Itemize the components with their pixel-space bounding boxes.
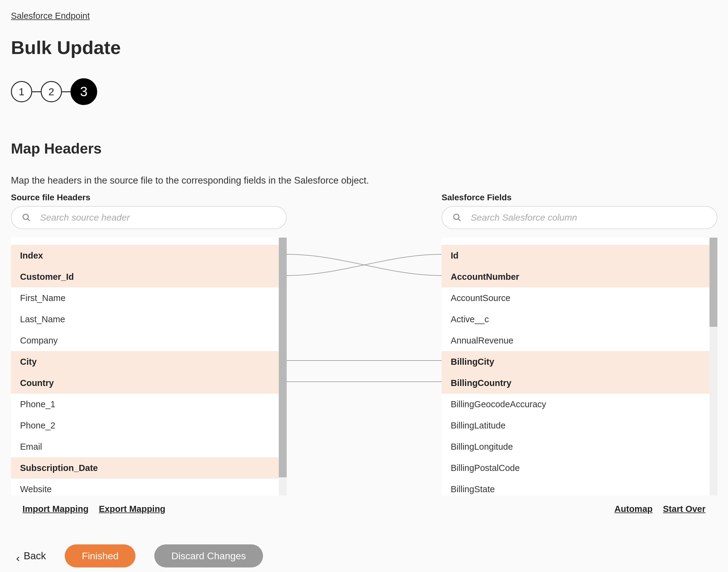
list-item[interactable]: Company xyxy=(11,330,287,351)
back-label: Back xyxy=(24,550,46,562)
list-item[interactable]: Index xyxy=(11,245,287,266)
scrollbar[interactable] xyxy=(279,237,287,496)
source-column: Source file Headers IndexCustomer_IdFirs… xyxy=(11,193,287,496)
svg-line-3 xyxy=(458,219,461,221)
search-icon xyxy=(22,213,31,222)
step-connector xyxy=(32,91,41,92)
svg-point-2 xyxy=(454,214,459,220)
list-item[interactable]: Last_Name xyxy=(11,309,287,330)
list-item[interactable]: BillingCountry xyxy=(442,372,717,394)
finished-button[interactable]: Finished xyxy=(65,545,135,567)
scrollbar-thumb[interactable] xyxy=(279,237,287,477)
back-button[interactable]: Back xyxy=(15,550,46,562)
target-column: Salesforce Fields IdAccountNumberAccount… xyxy=(442,193,717,496)
scrollbar-thumb[interactable] xyxy=(710,237,717,327)
list-item[interactable]: AccountNumber xyxy=(442,266,717,287)
step-1[interactable]: 1 xyxy=(11,81,32,102)
list-item[interactable]: Subscription_Date xyxy=(11,457,287,479)
breadcrumb-link[interactable]: Salesforce Endpoint xyxy=(11,11,90,21)
list-item[interactable]: Active__c xyxy=(442,309,717,330)
source-search-input[interactable] xyxy=(11,206,287,229)
list-item[interactable]: BillingGeocodeAccuracy xyxy=(442,394,717,415)
list-item[interactable]: AnnualRevenue xyxy=(442,330,717,351)
list-item[interactable]: Phone_1 xyxy=(11,394,287,415)
import-mapping-link[interactable]: Import Mapping xyxy=(22,504,88,514)
list-item[interactable]: BillingLongitude xyxy=(442,436,717,457)
source-column-label: Source file Headers xyxy=(11,193,287,202)
page-title: Bulk Update xyxy=(11,37,717,58)
list-item[interactable]: Website xyxy=(11,479,287,496)
list-item[interactable]: Email xyxy=(11,436,287,457)
list-item[interactable]: First_Name xyxy=(11,287,287,309)
start-over-link[interactable]: Start Over xyxy=(663,504,706,514)
svg-line-1 xyxy=(27,219,30,221)
list-item[interactable]: BillingLatitude xyxy=(442,415,717,436)
step-2[interactable]: 2 xyxy=(41,81,62,102)
list-item[interactable]: Country xyxy=(11,372,287,394)
search-icon xyxy=(452,213,462,222)
automap-link[interactable]: Automap xyxy=(614,504,653,514)
list-item[interactable]: AccountSource xyxy=(442,287,717,309)
target-column-label: Salesforce Fields xyxy=(442,193,717,202)
step-connector xyxy=(62,91,70,92)
export-mapping-link[interactable]: Export Mapping xyxy=(99,504,165,514)
source-list: IndexCustomer_IdFirst_NameLast_NameCompa… xyxy=(11,237,287,496)
svg-point-0 xyxy=(23,214,28,220)
list-item[interactable]: BillingPostalCode xyxy=(442,457,717,479)
discard-button[interactable]: Discard Changes xyxy=(154,545,263,567)
step-3[interactable]: 3 xyxy=(70,78,97,105)
stepper: 1 2 3 xyxy=(11,78,717,105)
mapping-connectors xyxy=(287,236,442,494)
target-list: IdAccountNumberAccountSourceActive__cAnn… xyxy=(442,237,717,496)
section-description: Map the headers in the source file to th… xyxy=(11,175,717,186)
list-item[interactable]: Customer_Id xyxy=(11,266,287,287)
list-item[interactable]: BillingCity xyxy=(442,351,717,372)
chevron-left-icon xyxy=(15,553,21,559)
section-title: Map Headers xyxy=(11,140,717,157)
list-item[interactable]: City xyxy=(11,351,287,372)
scrollbar[interactable] xyxy=(710,237,717,496)
list-item[interactable]: BillingState xyxy=(442,479,717,496)
list-item[interactable]: Id xyxy=(442,245,717,266)
target-search-input[interactable] xyxy=(442,206,717,229)
list-item[interactable]: Phone_2 xyxy=(11,415,287,436)
